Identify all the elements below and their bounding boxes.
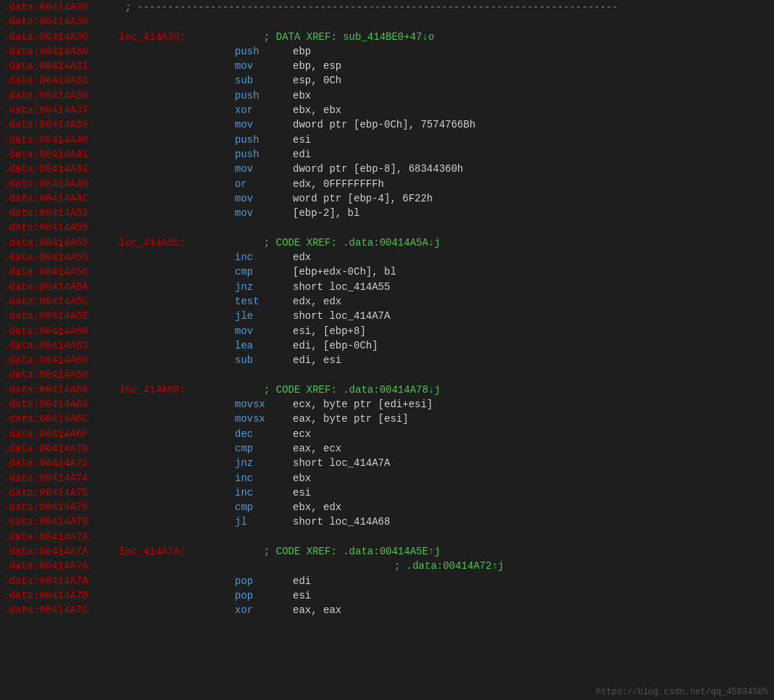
mnemonic: lea <box>235 338 293 353</box>
address: .data:00414A56 <box>3 264 119 279</box>
operand: edi, esi <box>293 353 341 367</box>
mnemonic: xor <box>235 603 293 617</box>
operand: short loc_414A7A <box>293 309 390 323</box>
xref-comment2: ; .data:00414A72↑j <box>394 559 504 573</box>
address: .data:00414A72 <box>3 456 119 470</box>
address: .data:00414A36 <box>3 88 119 103</box>
mnemonic: dec <box>235 427 293 441</box>
address: .data:00414A76 <box>3 500 119 514</box>
operand: ebx <box>293 471 311 486</box>
address: .data:00414A49 <box>3 177 119 191</box>
operand: esi <box>293 588 311 603</box>
address: .data:00414A30 <box>3 30 119 44</box>
mnemonic: jl <box>235 514 293 529</box>
xref-comment: ; CODE XREF: .data:00414A5A↓j <box>249 236 441 250</box>
address: .data:00414A7A <box>3 559 119 573</box>
code-line: .data:00414A30 <box>0 14 774 29</box>
address: .data:00414A5E <box>3 309 119 323</box>
operand: ebx <box>293 88 311 103</box>
address: .data:00414A66 <box>3 353 119 367</box>
operand: short loc_414A7A <box>293 456 390 470</box>
disassembly-view: .data:00414A30 ; -----------------------… <box>0 0 774 617</box>
mnemonic: jnz <box>235 280 293 294</box>
code-line: .data:00414A60movesi, [ebp+8] <box>0 324 774 338</box>
code-line: .data:00414A56cmp[ebp+edx-0Ch], bl <box>0 264 774 279</box>
code-line: .data:00414A63leaedi, [ebp-0Ch] <box>0 338 774 353</box>
operand: ebp, esp <box>293 59 341 73</box>
address: .data:00414A37 <box>3 103 119 117</box>
address: .data:00414A42 <box>3 162 119 176</box>
operand: edi <box>293 574 311 588</box>
address: .data:00414A55 <box>3 220 119 235</box>
operand: edx <box>293 250 311 264</box>
operand: esi, [ebp+8] <box>293 324 366 338</box>
operand: dword ptr [ebp-8], 68344360h <box>293 162 463 176</box>
code-line: .data:00414A41pushedi <box>0 147 774 162</box>
xref-comment: ; DATA XREF: sub_414BE0+47↓o <box>249 30 434 44</box>
address: .data:00414A4C <box>3 191 119 206</box>
operand: ebp <box>293 44 311 59</box>
code-line: .data:00414A5Ejleshort loc_414A7A <box>0 309 774 323</box>
code-line: .data:00414A55loc_414A55:; CODE XREF: .d… <box>0 236 774 250</box>
code-line: .data:00414A7A <box>0 530 774 544</box>
code-line: .data:00414A55incedx <box>0 250 774 264</box>
operand: edx, edx <box>293 294 341 309</box>
address: .data:00414A41 <box>3 147 119 162</box>
watermark: https://blog.csdn.net/qq_45834505 <box>596 687 768 697</box>
comment: ----------------------------------------… <box>137 0 618 14</box>
code-line: .data:00414A75incesi <box>0 486 774 500</box>
code-line: .data:00414A30 ; -----------------------… <box>0 0 774 14</box>
operand: [ebp+edx-0Ch], bl <box>293 264 396 279</box>
code-line: .data:00414A5Ctestedx, edx <box>0 294 774 309</box>
operand: ebx, ebx <box>293 103 341 117</box>
mnemonic: push <box>235 133 293 147</box>
code-label: loc_414A30: <box>119 30 249 44</box>
mnemonic: jle <box>235 309 293 323</box>
address: .data:00414A7C <box>3 603 119 617</box>
mnemonic: pop <box>235 574 293 588</box>
mnemonic: cmp <box>235 264 293 279</box>
operand: short loc_414A55 <box>293 280 390 294</box>
code-line: .data:00414A7A; .data:00414A72↑j <box>0 559 774 573</box>
code-line: .data:00414A74incebx <box>0 471 774 486</box>
operand: eax, ecx <box>293 441 341 456</box>
address: .data:00414A5A <box>3 280 119 294</box>
code-line: .data:00414A78jlshort loc_414A68 <box>0 514 774 529</box>
code-line: .data:00414A7Apopedi <box>0 574 774 588</box>
code-line: .data:00414A66subedi, esi <box>0 353 774 367</box>
operand: esi <box>293 133 311 147</box>
code-line: .data:00414A7Bpopesi <box>0 588 774 603</box>
mnemonic: mov <box>235 206 293 220</box>
address: .data:00414A5C <box>3 294 119 309</box>
mnemonic: mov <box>235 191 293 206</box>
mnemonic: mov <box>235 324 293 338</box>
mnemonic: inc <box>235 471 293 486</box>
operand: esi <box>293 486 311 500</box>
mnemonic: cmp <box>235 500 293 514</box>
mnemonic: test <box>235 294 293 309</box>
operand: edi <box>293 147 311 162</box>
xref-comment: ; CODE XREF: .data:00414A5E↑j <box>249 544 441 559</box>
mnemonic: movsx <box>235 412 293 426</box>
operand: esp, 0Ch <box>293 73 341 88</box>
address: .data:00414A7B <box>3 588 119 603</box>
mnemonic: inc <box>235 486 293 500</box>
operand: ebx, edx <box>293 500 341 514</box>
code-line: .data:00414A42movdword ptr [ebp-8], 6834… <box>0 162 774 176</box>
operand: short loc_414A68 <box>293 514 390 529</box>
operand: ecx <box>293 427 311 441</box>
mnemonic: xor <box>235 103 293 117</box>
operand: word ptr [ebp-4], 6F22h <box>293 191 433 206</box>
code-line: .data:00414A76cmpebx, edx <box>0 500 774 514</box>
code-label: loc_414A7A: <box>119 544 249 559</box>
address: .data:00414A60 <box>3 324 119 338</box>
address: .data:00414A7A <box>3 574 119 588</box>
code-line: .data:00414A7Cxoreax, eax <box>0 603 774 617</box>
code-line: .data:00414A5Ajnzshort loc_414A55 <box>0 280 774 294</box>
address: .data:00414A74 <box>3 471 119 486</box>
address: .data:00414A55 <box>3 250 119 264</box>
mnemonic: push <box>235 44 293 59</box>
code-line: .data:00414A30pushebp <box>0 44 774 59</box>
code-line: .data:00414A40pushesi <box>0 133 774 147</box>
mnemonic: mov <box>235 59 293 73</box>
